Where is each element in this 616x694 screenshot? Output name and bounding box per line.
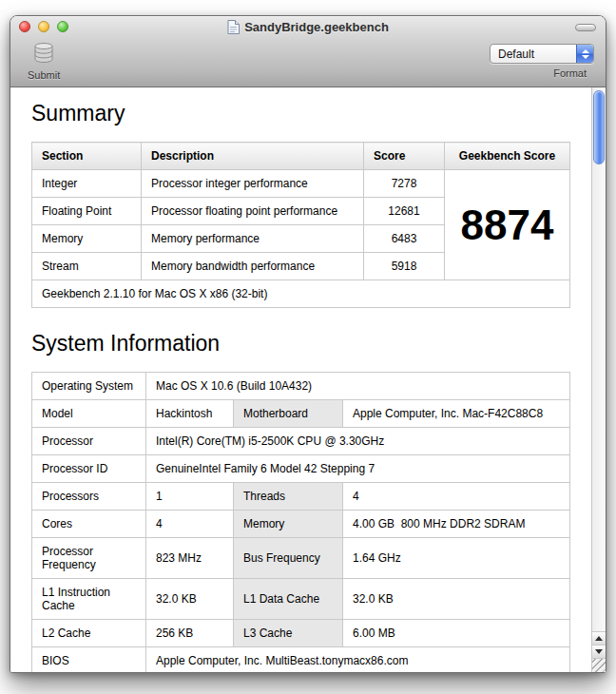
resize-grip[interactable]: [592, 658, 606, 672]
document-icon: [227, 20, 240, 34]
info-value-cell: Hackintosh: [146, 400, 234, 428]
table-row: Processor Frequency 823 MHz Bus Frequenc…: [32, 538, 570, 579]
window-title: SandyBridge.geekbench: [244, 20, 389, 34]
up-down-arrows-icon: [576, 45, 593, 63]
score-cell: 12681: [364, 198, 445, 225]
info-label-cell: Threads: [234, 483, 343, 511]
table-row: Operating System Mac OS X 10.6 (Build 10…: [32, 373, 570, 400]
info-label-cell: Cores: [32, 511, 146, 538]
info-value-cell: Apple Computer, Inc. MultiBeast.tonymacx…: [146, 647, 570, 673]
info-label-cell: BIOS: [32, 647, 146, 673]
toolbar: Submit Default Format: [10, 37, 606, 87]
zoom-button[interactable]: [57, 21, 68, 32]
toolbar-toggle-button[interactable]: [575, 24, 596, 31]
info-value-cell: 1.64 GHz: [343, 538, 570, 579]
scroll-up-button[interactable]: [592, 631, 606, 645]
version-footer: Geekbench 2.1.10 for Mac OS X x86 (32-bi…: [32, 280, 570, 308]
title-wrap: SandyBridge.geekbench: [227, 19, 389, 34]
table-row: L1 Instruction Cache 32.0 KB L1 Data Cac…: [32, 579, 570, 620]
table-row: Integer Processor integer performance 72…: [32, 170, 570, 198]
submit-button[interactable]: Submit: [22, 40, 66, 83]
scrollbar-track[interactable]: [592, 87, 606, 631]
section-cell: Integer: [32, 170, 142, 198]
description-cell: Memory performance: [142, 225, 364, 253]
system-info-table: Operating System Mac OS X 10.6 (Build 10…: [31, 372, 570, 672]
format-group: Default Format: [490, 40, 594, 79]
section-cell: Memory: [32, 225, 142, 253]
info-label-cell: Operating System: [32, 373, 146, 400]
score-cell: 5918: [364, 253, 445, 280]
info-value-cell: Apple Computer, Inc. Mac-F42C88C8: [343, 400, 570, 428]
score-cell: 6483: [364, 225, 445, 253]
info-label-cell: Processor ID: [32, 455, 146, 483]
info-label-cell: L1 Data Cache: [234, 579, 343, 620]
description-cell: Processor floating point performance: [142, 198, 364, 225]
column-header-description: Description: [142, 143, 364, 170]
table-row: Cores 4 Memory 4.00 GB 800 MHz DDR2 SDRA…: [32, 511, 570, 538]
info-value-cell: 256 KB: [146, 620, 234, 647]
traffic-lights: [19, 21, 68, 32]
description-cell: Memory bandwidth performance: [142, 253, 364, 280]
close-button[interactable]: [19, 21, 30, 32]
format-popup[interactable]: Default: [490, 44, 594, 64]
summary-heading: Summary: [31, 101, 570, 126]
column-header-geekbench-score: Geekbench Score: [445, 143, 570, 170]
down-arrow-icon: [595, 649, 603, 654]
system-info-heading: System Information: [31, 331, 570, 357]
app-window: SandyBridge.geekbench Submit Defau: [10, 15, 606, 673]
info-value-cell: Mac OS X 10.6 (Build 10A432): [146, 373, 570, 400]
info-value-cell: 32.0 KB: [146, 579, 234, 620]
table-header-row: Section Description Score Geekbench Scor…: [32, 143, 570, 170]
info-label-cell: L1 Instruction Cache: [32, 579, 146, 620]
info-label-cell: L2 Cache: [32, 620, 146, 647]
scroll-down-button[interactable]: [592, 645, 606, 658]
info-label-cell: Processor: [32, 428, 146, 455]
titlebar[interactable]: SandyBridge.geekbench: [10, 16, 606, 37]
table-row: Processors 1 Threads 4: [32, 483, 570, 511]
vertical-scrollbar[interactable]: [591, 87, 606, 672]
column-header-section: Section: [32, 143, 142, 170]
content-area: Summary Section Description Score Geekbe…: [10, 87, 606, 672]
table-row: L2 Cache 256 KB L3 Cache 6.00 MB: [32, 620, 570, 647]
geekbench-score-value: 8874: [445, 170, 570, 280]
info-value-cell: 4.00 GB 800 MHz DDR2 SDRAM: [343, 511, 570, 538]
info-value-cell: 4: [343, 483, 570, 511]
submit-label: Submit: [28, 69, 60, 81]
database-icon: [32, 42, 55, 69]
info-value-cell: GenuineIntel Family 6 Model 42 Stepping …: [146, 455, 570, 483]
summary-table: Section Description Score Geekbench Scor…: [31, 142, 570, 308]
info-label-cell: Model: [32, 400, 146, 428]
minimize-button[interactable]: [38, 21, 49, 32]
info-value-cell: Intel(R) Core(TM) i5-2500K CPU @ 3.30GHz: [146, 428, 570, 455]
table-row: BIOS Apple Computer, Inc. MultiBeast.ton…: [32, 647, 570, 673]
info-label-cell: L3 Cache: [234, 620, 343, 647]
info-value-cell: 4: [146, 511, 234, 538]
up-arrow-icon: [595, 636, 603, 641]
table-row: Processor Intel(R) Core(TM) i5-2500K CPU…: [32, 428, 570, 455]
info-label-cell: Processors: [32, 483, 146, 511]
score-cell: 7278: [364, 170, 445, 198]
section-cell: Floating Point: [32, 198, 142, 225]
info-value-cell: 32.0 KB: [343, 579, 570, 620]
info-label-cell: Processor Frequency: [32, 538, 146, 579]
table-row: Model Hackintosh Motherboard Apple Compu…: [32, 400, 570, 428]
description-cell: Processor integer performance: [142, 170, 364, 198]
document-body: Summary Section Description Score Geekbe…: [10, 87, 591, 672]
table-row: Processor ID GenuineIntel Family 6 Model…: [32, 455, 570, 483]
info-value-cell: 6.00 MB: [343, 620, 570, 647]
info-value-cell: 1: [146, 483, 234, 511]
section-cell: Stream: [32, 253, 142, 280]
format-popup-value: Default: [491, 48, 576, 61]
window-chrome: SandyBridge.geekbench Submit Defau: [10, 16, 606, 87]
info-value-cell: 823 MHz: [146, 538, 234, 579]
info-label-cell: Bus Frequency: [234, 538, 343, 579]
scrollbar-thumb[interactable]: [593, 90, 605, 164]
column-header-score: Score: [364, 143, 445, 170]
format-label: Format: [553, 67, 587, 79]
info-label-cell: Motherboard: [234, 400, 343, 428]
table-footer-row: Geekbench 2.1.10 for Mac OS X x86 (32-bi…: [32, 280, 570, 308]
info-label-cell: Memory: [234, 511, 343, 538]
